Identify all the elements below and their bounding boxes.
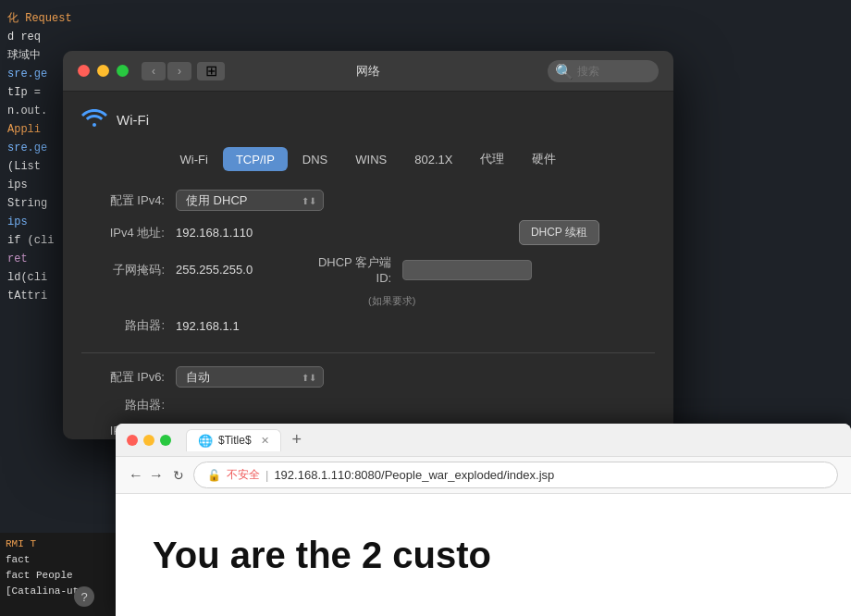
terminal-strip: RMI T fact fact People [Catalina-ut — [0, 533, 120, 616]
help-button[interactable]: ? — [74, 586, 94, 607]
traffic-lights — [78, 65, 129, 77]
ipv4-config-select-wrapper[interactable]: 使用 DHCP ⬆⬇ — [176, 190, 324, 211]
section-divider — [81, 352, 655, 353]
dialog-titlebar: ‹ › ⊞ 网络 🔍 — [63, 51, 673, 92]
ipv6-config-label: 配置 IPv6: — [81, 369, 165, 386]
network-dialog: ‹ › ⊞ 网络 🔍 Wi-Fi Wi-Fi TCP/IP DNS — [63, 51, 673, 439]
ipv6-config-select-wrapper[interactable]: 自动 ⬆⬇ — [176, 366, 324, 388]
browser-nav-arrows: ← → — [129, 467, 164, 484]
terminal-line-2: fact — [6, 552, 115, 568]
tab-wins[interactable]: WINS — [342, 147, 400, 171]
insecure-lock-icon: 🔓 — [207, 469, 221, 482]
search-input[interactable] — [577, 65, 651, 78]
dialog-content: Wi-Fi Wi-Fi TCP/IP DNS WINS 802.1X 代理 硬件… — [63, 92, 673, 439]
dhcp-client-input[interactable] — [402, 260, 532, 280]
terminal-line-1: RMI T — [6, 536, 115, 552]
wifi-label: Wi-Fi — [117, 112, 149, 128]
ipv6-router-label: 路由器: — [81, 397, 165, 413]
dhcp-hint-row: (如果要求) — [81, 294, 655, 308]
wifi-icon — [81, 106, 107, 132]
tab-dns[interactable]: DNS — [290, 147, 340, 171]
browser-titlebar: 🌐 $Title$ ✕ + — [116, 424, 851, 457]
tab-proxy[interactable]: 代理 — [467, 147, 517, 171]
tab-hardware[interactable]: 硬件 — [519, 147, 569, 171]
url-value: 192.168.1.110:8080/People_war_exploded/i… — [274, 468, 554, 482]
router-row: 路由器: 192.168.1.1 — [81, 317, 655, 334]
search-box[interactable]: 🔍 — [548, 60, 659, 82]
browser-close-button[interactable] — [127, 435, 138, 446]
subnet-row: 子网掩码: 255.255.255.0 DHCP 客户端 ID: — [81, 254, 655, 285]
browser-traffic-lights — [127, 435, 171, 446]
browser-refresh-button[interactable]: ↻ — [173, 468, 184, 483]
browser-content: You are the 2 custo — [116, 494, 851, 616]
ipv6-config-row: 配置 IPv6: 自动 ⬆⬇ — [81, 366, 655, 388]
ipv6-router-row: 路由器: — [81, 397, 655, 413]
url-separator: | — [265, 468, 268, 482]
dhcp-client-label: DHCP 客户端 ID: — [308, 254, 391, 285]
close-button[interactable] — [78, 65, 90, 77]
terminal-line-4: [Catalina-ut — [6, 584, 115, 599]
search-icon: 🔍 — [555, 63, 574, 80]
ipv4-section: 配置 IPv4: 使用 DHCP ⬆⬇ IPv4 地址: 192.168.1.1… — [81, 190, 655, 334]
dhcp-hint: (如果要求) — [368, 294, 415, 308]
ipv4-addr-row: IPv4 地址: 192.168.1.110 DHCP 续租 — [81, 220, 655, 245]
tabs: Wi-Fi TCP/IP DNS WINS 802.1X 代理 硬件 — [81, 147, 655, 171]
browser-forward-button[interactable]: → — [149, 467, 164, 484]
url-bar[interactable]: 🔓 不安全 | 192.168.1.110:8080/People_war_ex… — [193, 462, 838, 488]
browser-back-button[interactable]: ← — [129, 467, 143, 484]
wifi-header: Wi-Fi — [81, 106, 655, 132]
insecure-label: 不安全 — [227, 467, 260, 483]
ipv4-config-row: 配置 IPv4: 使用 DHCP ⬆⬇ — [81, 190, 655, 211]
browser-maximize-button[interactable] — [160, 435, 171, 446]
tab-wifi[interactable]: Wi-Fi — [167, 147, 221, 171]
grid-button[interactable]: ⊞ — [197, 62, 225, 80]
ipv4-config-label: 配置 IPv4: — [81, 192, 165, 209]
dhcp-renew-button[interactable]: DHCP 续租 — [519, 220, 599, 245]
terminal-line-3: fact People — [6, 568, 115, 584]
browser-heading: You are the 2 custo — [153, 535, 491, 576]
ipv4-config-select[interactable]: 使用 DHCP — [176, 190, 324, 211]
router-label: 路由器: — [81, 317, 165, 334]
tab-close-icon[interactable]: ✕ — [261, 435, 269, 447]
ipv6-config-select[interactable]: 自动 — [176, 366, 324, 388]
subnet-value: 255.255.255.0 — [176, 263, 253, 277]
ipv4-addr-value: 192.168.1.110 — [176, 226, 253, 240]
browser-addressbar: ← → ↻ 🔓 不安全 | 192.168.1.110:8080/People_… — [116, 457, 851, 494]
dialog-title: 网络 — [356, 63, 380, 80]
tab-tcpip[interactable]: TCP/IP — [223, 147, 288, 171]
tab-add-button[interactable]: + — [292, 430, 302, 450]
back-button[interactable]: ‹ — [142, 62, 166, 80]
router-value: 192.168.1.1 — [176, 319, 240, 333]
tab-globe-icon: 🌐 — [198, 434, 213, 448]
ipv4-addr-label: IPv4 地址: — [81, 225, 165, 241]
browser-tab[interactable]: 🌐 $Title$ ✕ — [186, 429, 281, 451]
minimize-button[interactable] — [97, 65, 109, 77]
browser-window: 🌐 $Title$ ✕ + ← → ↻ 🔓 不安全 | 192.168.1.11… — [116, 424, 851, 616]
maximize-button[interactable] — [117, 65, 129, 77]
tab-8021x[interactable]: 802.1X — [401, 147, 465, 171]
browser-minimize-button[interactable] — [143, 435, 154, 446]
forward-button[interactable]: › — [167, 62, 191, 80]
subnet-label: 子网掩码: — [81, 262, 165, 278]
nav-buttons: ‹ › — [142, 62, 191, 80]
tab-title: $Title$ — [218, 434, 252, 447]
